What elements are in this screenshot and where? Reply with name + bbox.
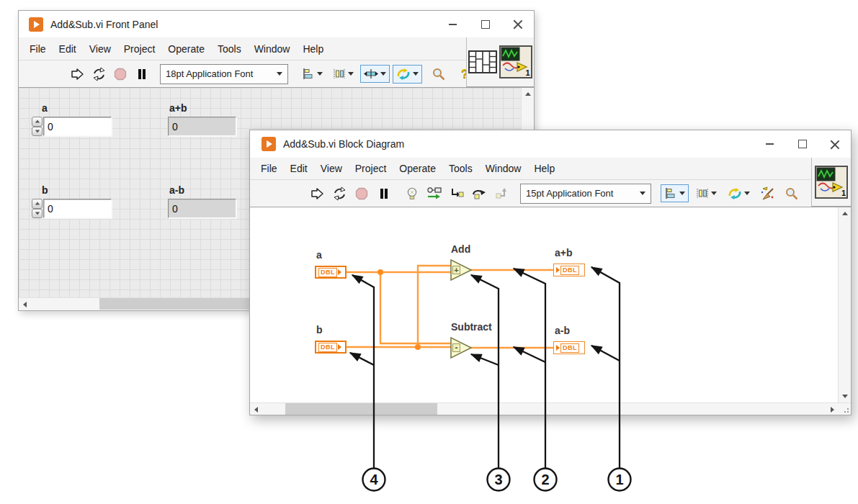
clean-up-diagram-button[interactable]: [757, 184, 779, 204]
menu-project[interactable]: Project: [349, 158, 393, 179]
scroll-up-button[interactable]: [839, 207, 851, 220]
distribute-objects-dropdown[interactable]: [329, 65, 357, 83]
menu-view[interactable]: View: [83, 38, 117, 60]
front-panel-titlebar[interactable]: Add&Sub.vi Front Panel: [19, 11, 534, 37]
terminal-aplusb[interactable]: DBL: [553, 264, 585, 276]
distribute-objects-dropdown[interactable]: [692, 184, 720, 202]
menu-help[interactable]: Help: [527, 158, 561, 179]
minimize-button[interactable]: [754, 130, 786, 158]
terminal-aminusb-dtype: DBL: [560, 343, 579, 353]
reorder-objects-dropdown[interactable]: [393, 65, 422, 84]
reorder-objects-dropdown[interactable]: [724, 184, 754, 203]
menu-help[interactable]: Help: [296, 38, 330, 60]
scroll-left-button[interactable]: [19, 298, 31, 310]
menu-view[interactable]: View: [314, 158, 349, 179]
callout-4-circle: [363, 469, 385, 491]
abort-button[interactable]: [111, 64, 130, 84]
maximize-icon: [481, 20, 490, 29]
align-objects-dropdown[interactable]: [298, 65, 326, 83]
scroll-down-button[interactable]: [839, 390, 851, 402]
close-button[interactable]: [501, 11, 534, 37]
run-button[interactable]: [68, 64, 86, 84]
terminal-b-label[interactable]: b: [316, 324, 323, 336]
scroll-up-button[interactable]: [522, 88, 534, 100]
abort-button[interactable]: [352, 184, 371, 204]
callout-4-number: 4: [370, 472, 378, 487]
block-diagram-toolbar: 15pt Application Font: [250, 180, 851, 207]
terminal-in-arrow-icon: [556, 345, 560, 351]
increment-button[interactable]: [32, 199, 43, 209]
block-diagram-vertical-scrollbar[interactable]: [838, 207, 851, 402]
retain-wire-values-button[interactable]: [425, 184, 444, 204]
run-button[interactable]: [308, 184, 326, 204]
menu-operate[interactable]: Operate: [161, 38, 211, 60]
block-diagram-canvas[interactable]: + - a DBL b DBL: [250, 207, 838, 402]
block-diagram-horizontal-scrollbar[interactable]: [250, 402, 839, 415]
chevron-down-icon: [711, 192, 717, 195]
add-function-node[interactable]: +: [451, 260, 471, 280]
menu-file[interactable]: File: [254, 158, 284, 179]
run-continuously-button[interactable]: [330, 184, 349, 204]
font-selector-label: 18pt Application Font: [166, 68, 253, 79]
maximize-button[interactable]: [469, 11, 501, 37]
run-continuously-button[interactable]: [89, 64, 108, 84]
increment-button[interactable]: [32, 117, 43, 127]
menu-project[interactable]: Project: [117, 38, 162, 60]
menu-tools[interactable]: Tools: [211, 38, 248, 60]
decrement-button[interactable]: [32, 209, 43, 219]
font-selector[interactable]: 18pt Application Font: [160, 64, 288, 84]
front-panel-toolbar: 18pt Application Font: [19, 60, 534, 88]
pause-button[interactable]: [375, 184, 393, 204]
search-button[interactable]: [429, 64, 448, 84]
vi-icon[interactable]: 1: [815, 166, 848, 199]
scrollbar-thumb[interactable]: [285, 403, 437, 415]
subtract-function-node[interactable]: -: [451, 338, 471, 358]
step-over-button[interactable]: [470, 184, 488, 204]
step-into-button[interactable]: [447, 184, 466, 204]
increment-icon: [35, 202, 39, 205]
control-b-spinner[interactable]: [32, 199, 43, 218]
scroll-left-button[interactable]: [250, 403, 262, 415]
search-button[interactable]: [782, 184, 801, 204]
resize-objects-dropdown[interactable]: [360, 65, 390, 83]
menu-edit[interactable]: Edit: [284, 158, 314, 179]
wire-a-to-subtract[interactable]: [380, 272, 451, 343]
menu-tools[interactable]: Tools: [442, 158, 479, 179]
close-button[interactable]: [818, 130, 851, 158]
terminal-aminusb-label[interactable]: a-b: [555, 325, 570, 336]
highlight-execution-button[interactable]: [403, 184, 421, 204]
minimize-button[interactable]: [437, 11, 469, 37]
menu-window[interactable]: Window: [479, 158, 528, 179]
terminal-a-label[interactable]: a: [316, 249, 322, 261]
maximize-button[interactable]: [786, 130, 818, 158]
pause-button[interactable]: [133, 64, 151, 84]
control-b-field[interactable]: 0: [43, 199, 112, 218]
menu-window[interactable]: Window: [248, 38, 297, 60]
menu-operate[interactable]: Operate: [393, 158, 442, 179]
terminal-b[interactable]: DBL: [315, 341, 347, 354]
terminal-aminusb[interactable]: DBL: [553, 341, 585, 354]
font-selector[interactable]: 15pt Application Font: [520, 184, 651, 204]
terminal-aplusb-label[interactable]: a+b: [555, 247, 573, 258]
block-diagram-titlebar[interactable]: Add&Sub.vi Block Diagram: [250, 130, 851, 158]
indicator-aplusb-field: 0: [168, 117, 236, 136]
wire-b-to-add[interactable]: [418, 266, 451, 347]
terminal-a[interactable]: DBL: [315, 266, 347, 279]
step-out-button[interactable]: [492, 184, 511, 204]
run-arrow-icon: [310, 187, 324, 200]
subtract-node-label[interactable]: Subtract: [451, 321, 492, 333]
control-a-field[interactable]: 0: [43, 117, 112, 136]
terminal-in-arrow-icon: [556, 267, 560, 273]
decrement-button[interactable]: [32, 127, 43, 137]
menu-edit[interactable]: Edit: [53, 38, 83, 60]
align-objects-dropdown[interactable]: [661, 184, 689, 202]
callout-2-number: 2: [541, 472, 549, 487]
control-a-spinner[interactable]: [32, 117, 43, 136]
vi-icon[interactable]: 1: [499, 45, 532, 78]
window-resize-grip[interactable]: [839, 402, 851, 415]
menu-file[interactable]: File: [23, 38, 53, 60]
scroll-right-button[interactable]: [826, 403, 839, 415]
add-node-label[interactable]: Add: [451, 243, 470, 255]
connector-pane-icon[interactable]: [468, 50, 497, 73]
chevron-down-icon: [348, 72, 354, 76]
